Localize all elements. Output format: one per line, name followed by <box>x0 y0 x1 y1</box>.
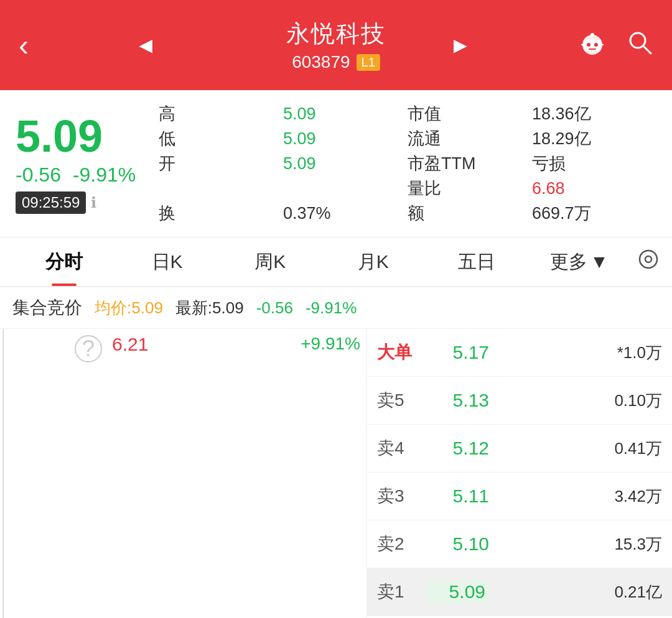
float-value: 18.29亿 <box>532 127 656 150</box>
low-value: 5.09 <box>283 129 408 149</box>
ask3-vol: 3.42万 <box>489 486 662 507</box>
float-label: 流通 <box>408 127 532 150</box>
change-pct: -9.91% <box>73 164 136 186</box>
price-section: 5.09 -0.56 -9.91% 09:25:59 ℹ 高 5.09 市值 1… <box>0 90 672 238</box>
prev-button[interactable]: ◄ <box>134 32 157 58</box>
ask-1-row: 卖1 5.09 0.21亿 <box>367 568 672 616</box>
tab-weekk[interactable]: 周K <box>218 238 322 286</box>
pe-label: 市盈TTM <box>408 152 532 175</box>
help-icon[interactable]: ? <box>75 335 102 362</box>
svg-point-11 <box>640 251 657 268</box>
svg-rect-4 <box>589 48 596 50</box>
ask5-price: 5.13 <box>427 390 489 411</box>
back-button[interactable]: ‹ <box>19 28 29 62</box>
info-icon[interactable]: ℹ <box>91 194 96 211</box>
ask2-label: 卖2 <box>377 532 427 556</box>
pe-value: 亏损 <box>532 152 656 175</box>
ask-3-row: 卖3 5.11 3.42万 <box>367 473 672 520</box>
avg-price: 均价:5.09 <box>95 297 163 319</box>
ask4-vol: 0.41万 <box>489 438 662 459</box>
low-label: 低 <box>159 127 283 150</box>
price-grid: 5.09 -0.56 -9.91% 09:25:59 ℹ 高 5.09 市值 1… <box>16 103 656 224</box>
turnover-value: 0.37% <box>283 204 408 223</box>
qratio-value: 6.68 <box>532 179 656 198</box>
amount-label: 额 <box>408 202 532 224</box>
market-cap-label: 市值 <box>408 103 532 125</box>
main-price: 5.09 <box>16 114 152 159</box>
orderbook-dadan-row: 大单 5.17 *1.0万 <box>367 329 672 377</box>
tab-dayk[interactable]: 日K <box>116 238 219 286</box>
chart-placeholder: ? 6.21 +9.91% 5.65 0.00% <box>0 329 366 618</box>
ask2-vol: 15.3万 <box>489 533 662 555</box>
ask2-price: 5.10 <box>427 533 489 555</box>
chart-high-price: 6.21 <box>112 334 148 355</box>
high-value: 5.09 <box>283 104 408 124</box>
stock-code: 603879 <box>292 52 350 72</box>
ask-5-row: 卖5 5.13 0.10万 <box>367 377 672 425</box>
open-value: 5.09 <box>283 154 408 173</box>
subtitle-change: -0.56 <box>256 298 293 318</box>
price-change: -0.56 -9.91% <box>16 164 152 187</box>
amount-value: 669.7万 <box>532 202 656 224</box>
dadan-vol: *1.0万 <box>489 342 662 364</box>
header-right-icons <box>577 27 653 63</box>
chart-settings-button[interactable] <box>637 248 660 275</box>
robot-icon[interactable] <box>577 27 607 63</box>
tab-monthk[interactable]: 月K <box>322 238 425 286</box>
stock-badge: L1 <box>357 54 380 71</box>
ask5-label: 卖5 <box>377 389 427 412</box>
time-display: 09:25:59 <box>16 191 86 214</box>
header-center: 永悦科技 603879 L1 <box>286 18 386 72</box>
market-cap-value: 18.36亿 <box>532 103 656 125</box>
svg-point-12 <box>645 256 651 262</box>
high-label: 高 <box>159 103 283 125</box>
subtitle-bar: 集合竞价 均价:5.09 最新:5.09 -0.56 -9.91% <box>0 287 672 329</box>
ask3-price: 5.11 <box>427 486 489 507</box>
ask1-label: 卖1 <box>377 580 427 604</box>
stock-title: 永悦科技 <box>286 18 386 50</box>
tab-bar: 分时 日K 周K 月K 五日 更多 ▼ <box>0 238 672 287</box>
section-title: 集合竞价 <box>12 296 82 320</box>
stock-subtitle: 603879 L1 <box>286 52 386 72</box>
dadan-price: 5.17 <box>427 342 489 363</box>
ask4-price: 5.12 <box>427 438 489 459</box>
chart-high-pct: +9.91% <box>301 334 360 354</box>
main-content: ? 6.21 +9.91% 5.65 0.00% 大单 5.17 *1.0万 卖… <box>0 329 672 618</box>
svg-point-3 <box>594 43 598 47</box>
tab-fenshi[interactable]: 分时 <box>12 238 116 286</box>
price-time: 09:25:59 ℹ <box>16 191 152 214</box>
ask4-label: 卖4 <box>377 436 427 460</box>
svg-line-10 <box>643 46 651 53</box>
price-right: 高 5.09 市值 18.36亿 低 5.09 流通 18.29亿 开 5.09… <box>159 103 656 224</box>
orderbook: 大单 5.17 *1.0万 卖5 5.13 0.10万 卖4 5.12 0.41… <box>367 329 672 618</box>
ask1-price: 5.09 <box>427 580 489 604</box>
tab-fiveday[interactable]: 五日 <box>425 238 528 286</box>
ask-2-row: 卖2 5.10 15.3万 <box>367 520 672 568</box>
open-label: 开 <box>159 152 283 175</box>
next-button[interactable]: ► <box>449 32 472 58</box>
ask1-vol: 0.21亿 <box>489 581 662 603</box>
ask3-label: 卖3 <box>377 484 427 508</box>
latest-price: 最新:5.09 <box>175 297 244 319</box>
svg-point-6 <box>590 33 594 37</box>
turnover-label: 换 <box>159 202 283 224</box>
chevron-down-icon: ▼ <box>590 251 609 272</box>
svg-point-2 <box>587 43 590 47</box>
ask5-vol: 0.10万 <box>489 390 662 412</box>
header: ‹ ◄ 永悦科技 603879 L1 ► <box>0 0 672 90</box>
subtitle-pct: -9.91% <box>306 298 357 318</box>
chart-area: ? 6.21 +9.91% 5.65 0.00% <box>0 329 367 618</box>
qratio-label: 量比 <box>408 177 532 200</box>
search-icon[interactable] <box>626 29 653 62</box>
tab-more[interactable]: 更多 ▼ <box>528 238 631 286</box>
change-amount: -0.56 <box>16 164 61 186</box>
ask-4-row: 卖4 5.12 0.41万 <box>367 425 672 473</box>
chart-vertical-line <box>2 329 4 618</box>
dadan-label: 大单 <box>377 341 427 364</box>
price-left: 5.09 -0.56 -9.91% 09:25:59 ℹ <box>16 103 152 224</box>
